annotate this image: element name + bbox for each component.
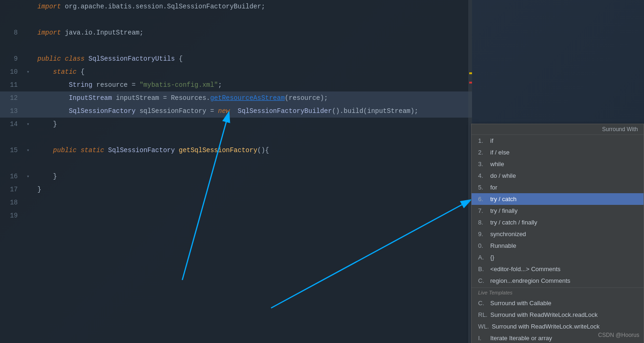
item-label: do / while <box>490 172 516 179</box>
line-gutter <box>23 26 33 39</box>
line-content <box>33 13 472 26</box>
item-label: while <box>490 161 504 168</box>
line-gutter <box>23 105 33 118</box>
code-line-14: 14 ▾ } <box>0 118 472 131</box>
line-gutter <box>23 39 33 52</box>
item-key: C. <box>478 300 487 307</box>
dropdown-live-item-readlock[interactable]: RL. Surround with ReadWriteLock.readLock <box>472 309 644 321</box>
item-label: for <box>490 184 497 191</box>
item-label: synchronized <box>490 231 526 238</box>
item-label: if / else <box>490 149 509 156</box>
item-label: Runnable <box>490 242 516 249</box>
code-line-13: 13 SqlSessionFactory sqlSessionFactory =… <box>0 105 472 118</box>
line-content: InputStream inputStream = Resources.getR… <box>33 91 472 105</box>
item-key: 0. <box>478 242 487 249</box>
item-key: 9. <box>478 231 487 238</box>
fold-icon[interactable]: ▾ <box>27 69 29 75</box>
code-line-18: 18 <box>0 196 472 209</box>
item-label: try / catch <box>490 196 516 203</box>
code-line-1: import org.apache.ibatis.session.SqlSess… <box>0 0 472 13</box>
item-key: 8. <box>478 219 487 226</box>
dropdown-item-if[interactable]: 1. if <box>472 135 644 147</box>
line-gutter <box>23 78 33 91</box>
dropdown-item-for[interactable]: 5. for <box>472 182 644 193</box>
code-lines: import org.apache.ibatis.session.SqlSess… <box>0 0 472 222</box>
line-number: 18 <box>0 196 23 209</box>
item-key: 2. <box>478 149 487 156</box>
item-label: Iterate Iterable or array <box>490 335 552 342</box>
line-content: } <box>33 183 472 196</box>
line-gutter <box>23 0 33 13</box>
line-content: import java.io.InputStream; <box>33 26 472 39</box>
line-number: 19 <box>0 209 23 222</box>
line-number: 13 <box>0 105 23 118</box>
line-gutter <box>23 183 33 196</box>
code-line-empty4 <box>0 157 472 170</box>
dropdown-item-runnable[interactable]: 0. Runnable <box>472 240 644 252</box>
dropdown-live-item-callable[interactable]: C. Surround with Callable <box>472 297 644 309</box>
dropdown-item-do-while[interactable]: 4. do / while <box>472 170 644 182</box>
scrollbar-marker-yellow <box>469 72 472 74</box>
line-number: 9 <box>0 52 23 65</box>
code-line-empty3 <box>0 131 472 144</box>
dropdown-item-region[interactable]: C. region...endregion Comments <box>472 275 644 287</box>
line-content: import org.apache.ibatis.session.SqlSess… <box>33 0 472 13</box>
dropdown-item-braces[interactable]: A. {} <box>472 252 644 263</box>
line-gutter <box>23 196 33 209</box>
line-content <box>33 131 472 144</box>
line-number <box>0 131 23 144</box>
line-content: } <box>33 118 472 131</box>
dropdown-item-try-finally[interactable]: 7. try / finally <box>472 205 644 217</box>
item-label: Surround with ReadWriteLock.writeLock <box>492 323 600 330</box>
live-templates-section: Live Templates <box>472 287 644 297</box>
line-number <box>0 157 23 170</box>
line-number <box>0 13 23 26</box>
item-label: {} <box>490 254 494 261</box>
line-content: String resource = "mybatis-config.xml"; <box>33 78 472 91</box>
item-key: 5. <box>478 184 487 191</box>
fold-icon[interactable]: ▾ <box>27 147 29 153</box>
item-key: WL. <box>478 323 489 330</box>
line-number: 14 <box>0 118 23 131</box>
line-content <box>33 209 472 222</box>
line-gutter <box>23 13 33 26</box>
item-key: 7. <box>478 207 487 214</box>
item-key: I. <box>478 335 487 342</box>
dropdown-item-while[interactable]: 3. while <box>472 158 644 170</box>
dropdown-live-item-writelock[interactable]: WL. Surround with ReadWriteLock.writeLoc… <box>472 321 644 332</box>
fold-icon[interactable]: ▾ <box>27 174 29 179</box>
code-line-11: 11 String resource = "mybatis-config.xml… <box>0 78 472 91</box>
line-content: static { <box>33 65 472 78</box>
dropdown-item-if-else[interactable]: 2. if / else <box>472 147 644 158</box>
line-gutter: ▾ <box>23 65 33 78</box>
line-content <box>33 157 472 170</box>
item-label: Surround with Callable <box>490 300 551 307</box>
dropdown-item-try-catch[interactable]: 6. try / catch <box>472 193 644 205</box>
item-label: if <box>490 137 494 144</box>
line-number: 11 <box>0 78 23 91</box>
line-content <box>33 39 472 52</box>
line-number <box>0 0 23 13</box>
line-gutter <box>23 209 33 222</box>
code-line-8: 8 import java.io.InputStream; <box>0 26 472 39</box>
line-content: public class SqlSessionFactoryUtils { <box>33 52 472 65</box>
line-number: 10 <box>0 65 23 78</box>
item-label: region...endregion Comments <box>490 277 570 284</box>
line-gutter <box>23 131 33 144</box>
item-key: A. <box>478 254 487 261</box>
item-label: try / finally <box>490 207 518 214</box>
line-gutter <box>23 91 33 105</box>
code-line-9: 9 public class SqlSessionFactoryUtils { <box>0 52 472 65</box>
line-number: 17 <box>0 183 23 196</box>
dropdown-item-try-catch-finally[interactable]: 8. try / catch / finally <box>472 217 644 228</box>
line-content: SqlSessionFactory sqlSessionFactory = ne… <box>33 105 472 118</box>
line-gutter: ▾ <box>23 118 33 131</box>
code-line-15: 15 ▾ public static SqlSessionFactory get… <box>0 144 472 157</box>
item-key: 4. <box>478 172 487 179</box>
item-key: 1. <box>478 137 487 144</box>
item-label: try / catch / finally <box>490 219 537 226</box>
dropdown-item-editor-fold[interactable]: B. <editor-fold...> Comments <box>472 263 644 275</box>
fold-icon[interactable]: ▾ <box>27 121 29 127</box>
dropdown-item-synchronized[interactable]: 9. synchronized <box>472 228 644 240</box>
line-gutter <box>23 52 33 65</box>
